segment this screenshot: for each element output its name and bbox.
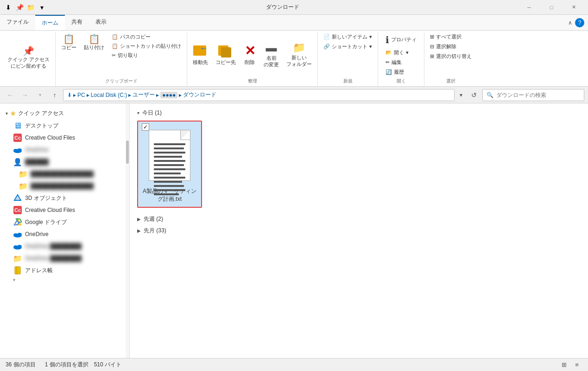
line13 (154, 193, 179, 195)
forward-button[interactable]: → (19, 89, 32, 102)
folder-icon[interactable]: 📁 (26, 3, 35, 12)
ribbon-group-clipboard: 📋 コピー 📋 貼り付け 📋 パスのコピー 📋 ショートカットの貼り付け (56, 32, 187, 86)
file-checkbox[interactable]: ✓ (142, 123, 149, 131)
file-area: ▾ 今日 (1) ✓ (130, 103, 588, 358)
select-all-button[interactable]: ⊞ すべて選択 (427, 32, 464, 41)
deselect-button[interactable]: ⊟ 選択解除 (427, 42, 459, 51)
svg-point-17 (17, 245, 22, 248)
invert-icon: ⊞ (430, 53, 434, 59)
search-icon: 🔍 (487, 92, 493, 98)
file-item-txt[interactable]: ✓ (137, 121, 202, 208)
ribbon-tabs: ファイル ホーム 共有 表示 ∧ ? (0, 15, 588, 31)
history-icon: 🔄 (386, 69, 392, 75)
svg-text:Cc: Cc (14, 207, 21, 213)
dropdown-icon[interactable]: ▾ (37, 3, 46, 12)
save-icon[interactable]: ⬇ (4, 3, 13, 12)
refresh-button[interactable]: ↺ (468, 89, 481, 101)
sidebar-item-onedrive-1[interactable]: OneDrive (0, 144, 129, 156)
tab-view[interactable]: 表示 (89, 15, 113, 30)
sidebar-item-google-drive[interactable]: Google ドライブ (0, 216, 129, 228)
sidebar-item-creative-cloud-2[interactable]: Cc Creative Cloud Files (0, 204, 129, 216)
rename-button[interactable]: ▬ 名前 の変更 (261, 39, 282, 69)
tab-home[interactable]: ホーム (35, 15, 65, 30)
path-user[interactable]: ●●●● (160, 92, 177, 98)
ribbon-collapse-button[interactable]: ∧ (568, 19, 572, 26)
sidebar-item-3d[interactable]: 3D オブジェクト (0, 192, 129, 204)
svg-point-4 (17, 148, 22, 151)
sidebar-item-creative-cloud-1[interactable]: Cc Creative Cloud Files (0, 132, 129, 144)
search-input[interactable] (496, 92, 580, 98)
maximize-button[interactable]: □ (541, 0, 562, 15)
ribbon-content: 📌 クイック アクセスにピン留めする 📋 コピー 📋 貼り付け � (0, 31, 588, 86)
select-all-icon: ⊞ (430, 34, 434, 40)
path-pc[interactable]: PC (77, 92, 85, 98)
path-copy-button[interactable]: 📋 パスのコピー (109, 32, 184, 41)
dropdown-arrow2: ▾ (369, 44, 372, 50)
edit-button[interactable]: ✏ 編集 (383, 58, 405, 67)
back-button[interactable]: ← (4, 89, 17, 102)
address-book-icon (13, 266, 22, 275)
address-dropdown-button[interactable]: ▾ (456, 89, 466, 101)
sidebar-item-sub2[interactable]: 📁 ████████████████ (0, 180, 129, 192)
help-button[interactable]: ? (575, 18, 584, 27)
window-title: ダウンロード (46, 3, 518, 11)
sidebar-item-address-book[interactable]: アドレス帳 (0, 264, 129, 276)
shortcut-button[interactable]: 🔗 ショートカット ▾ (321, 42, 375, 51)
cc-icon-2: Cc (13, 205, 22, 215)
ribbon: ファイル ホーム 共有 表示 ∧ ? 📌 クイック アクセスにピン留めする � (0, 15, 588, 87)
move-button[interactable]: ← 移動先 (190, 42, 211, 67)
path-downloads[interactable]: ダウンロード (183, 91, 216, 99)
quick-access-header[interactable]: ▾ ★ クイック アクセス (0, 107, 129, 120)
group-lastmonth-header[interactable]: ▶ 先月 (33) (137, 227, 581, 235)
close-button[interactable]: ✕ (563, 0, 584, 15)
sidebar-item-user[interactable]: 👤 ██████ (0, 156, 129, 168)
paste-icon: 📋 (89, 34, 100, 44)
invert-selection-button[interactable]: ⊞ 選択の切り替え (427, 52, 474, 61)
scissors-icon: ✂ (112, 52, 116, 58)
sidebar-item-onedrive-3[interactable]: OneDrive ████████ (0, 240, 129, 252)
group-today-header[interactable]: ▾ 今日 (1) (137, 109, 581, 117)
sidebar-item-desktop[interactable]: 🖥 デスクトップ (0, 120, 129, 132)
up-button[interactable]: ↑ (48, 89, 61, 102)
file-icon-wrapper (144, 125, 195, 186)
shortcut-paste-button[interactable]: 📋 ショートカットの貼り付け (109, 42, 184, 51)
cut-button[interactable]: ✂ 切り取り (109, 51, 184, 60)
history-button[interactable]: 🔄 履歴 (383, 68, 407, 77)
properties-button[interactable]: ℹ プロパティ (383, 32, 419, 47)
new-folder-button[interactable]: 📁 新しい フォルダー (284, 40, 315, 69)
address-path[interactable]: ⬇ ▸ PC ▸ Local Disk (C:) ▸ ユーザー ▸ ●●●● ▸… (63, 89, 455, 101)
sidebar-item-onedrive-4[interactable]: 📁 OneDrive ████████ (0, 252, 129, 264)
paste-button[interactable]: 📋 貼り付け (81, 32, 107, 52)
path-disk[interactable]: Local Disk (C:) (91, 92, 127, 98)
list-view-button[interactable]: ≡ (571, 360, 582, 370)
copy-button[interactable]: 📋 コピー (58, 32, 79, 52)
onedrive-icon-3 (13, 242, 22, 251)
delete-button[interactable]: ✕ 削除 (240, 41, 259, 67)
thumbnail-view-button[interactable]: ⊞ (558, 360, 569, 370)
cc-icon-1: Cc (13, 133, 22, 142)
pin-icon[interactable]: 📌 (15, 3, 24, 12)
copy-to-button[interactable]: コピー先 (213, 42, 239, 67)
group-lastweek-header[interactable]: ▶ 先週 (2) (137, 215, 581, 223)
new-item-button[interactable]: 📄 新しいアイテム ▾ (321, 32, 375, 41)
open-button[interactable]: 📂 開く ▾ (383, 48, 411, 57)
recent-locations-button[interactable]: ▾ (33, 89, 46, 102)
tab-share[interactable]: 共有 (65, 15, 89, 30)
minimize-button[interactable]: ─ (518, 0, 540, 15)
sidebar-item-sub1[interactable]: 📁 ████████████████ (0, 168, 129, 180)
quick-access-arrow: ▾ (6, 111, 8, 116)
quick-access-icon: ★ (10, 109, 16, 118)
path-users[interactable]: ユーザー (133, 91, 155, 99)
svg-point-14 (17, 233, 22, 236)
gdrive-icon (13, 217, 22, 227)
line10 (154, 181, 182, 183)
quick-access-pin-button[interactable]: 📌 クイック アクセスにピン留めする (5, 45, 52, 70)
txt-file-icon (149, 130, 190, 181)
address-bar: ← → ▾ ↑ ⬇ ▸ PC ▸ Local Disk (C:) ▸ ユーザー … (0, 87, 588, 103)
open-dropdown: ▾ (406, 50, 409, 56)
title-bar-quick-access[interactable]: ⬇ 📌 📁 ▾ (4, 3, 46, 12)
user-icon: 👤 (13, 157, 22, 166)
tab-file[interactable]: ファイル (0, 15, 35, 30)
sidebar-item-onedrive-2[interactable]: OneDrive (0, 228, 129, 240)
sidebar-scrollbar[interactable] (126, 103, 129, 358)
